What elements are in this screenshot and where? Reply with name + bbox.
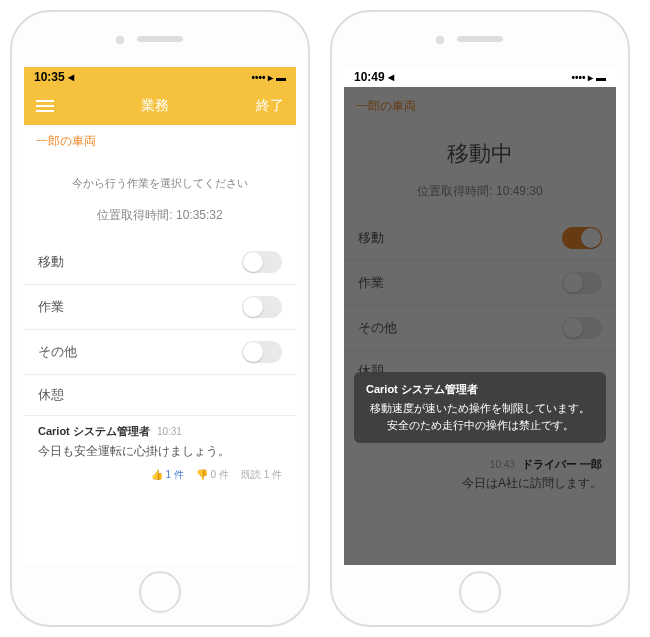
row-label: 作業 bbox=[38, 298, 64, 316]
screen-left: 10:35 ◂ •••• ▸ ▬ 業務 終了 一郎の車両 今から行う作業を選択し… bbox=[24, 67, 296, 565]
breadcrumb[interactable]: 一郎の車両 bbox=[344, 87, 616, 125]
message-right-header: 10:43 ドライバー 一郎 bbox=[344, 451, 616, 474]
row-label: 休憩 bbox=[38, 386, 64, 404]
status-bar: 10:35 ◂ •••• ▸ ▬ bbox=[24, 67, 296, 87]
row-work[interactable]: 作業 bbox=[344, 261, 616, 306]
location-time: 位置取得時間: 10:35:32 bbox=[24, 199, 296, 240]
toggle-move[interactable] bbox=[562, 227, 602, 249]
toggle-other[interactable] bbox=[562, 317, 602, 339]
nav-bar: 業務 終了 bbox=[24, 87, 296, 125]
toggle-work[interactable] bbox=[562, 272, 602, 294]
message-body: 今日も安全運転に心掛けましょう。 bbox=[38, 443, 282, 460]
row-work[interactable]: 作業 bbox=[24, 285, 296, 330]
camera bbox=[116, 36, 124, 44]
instruction-text: 今から行う作業を選択してください bbox=[24, 158, 296, 199]
home-button[interactable] bbox=[459, 571, 501, 613]
message-time: 10:43 bbox=[490, 459, 515, 470]
row-other[interactable]: その他 bbox=[344, 306, 616, 351]
row-label: 作業 bbox=[358, 274, 384, 292]
row-label: 移動 bbox=[358, 229, 384, 247]
page-title: 移動中 bbox=[344, 125, 616, 175]
nav-finish-button[interactable]: 終了 bbox=[256, 97, 284, 115]
phone-left: 10:35 ◂ •••• ▸ ▬ 業務 終了 一郎の車両 今から行う作業を選択し… bbox=[10, 10, 310, 627]
row-rest[interactable]: 休憩 bbox=[24, 375, 296, 415]
thumbs-up-icon[interactable]: 👍 1 件 bbox=[151, 468, 184, 482]
toggle-work[interactable] bbox=[242, 296, 282, 318]
toggle-move[interactable] bbox=[242, 251, 282, 273]
toggle-other[interactable] bbox=[242, 341, 282, 363]
message-sender: ドライバー 一郎 bbox=[522, 458, 602, 470]
location-time: 位置取得時間: 10:49:30 bbox=[344, 175, 616, 216]
toast-from: Cariot システム管理者 bbox=[366, 382, 594, 397]
row-move[interactable]: 移動 bbox=[344, 216, 616, 261]
home-button[interactable] bbox=[139, 571, 181, 613]
row-label: その他 bbox=[38, 343, 77, 361]
message-actions: 👍 1 件 👎 0 件 既読 1 件 bbox=[38, 468, 282, 482]
status-time: 10:49 ◂ bbox=[354, 70, 394, 84]
toast-body: 移動速度が速いため操作を制限しています。安全のため走行中の操作は禁止です。 bbox=[366, 400, 594, 433]
read-status: 既読 1 件 bbox=[241, 468, 282, 482]
message-right-body: 今日はA社に訪問します。 bbox=[344, 474, 616, 500]
message-sender: Cariot システム管理者 bbox=[38, 425, 150, 437]
camera bbox=[436, 36, 444, 44]
row-other[interactable]: その他 bbox=[24, 330, 296, 375]
message-time: 10:31 bbox=[157, 426, 182, 437]
speaker bbox=[457, 36, 503, 42]
message-card: Cariot システム管理者 10:31 今日も安全運転に心掛けましょう。 👍 … bbox=[24, 415, 296, 490]
screen-right: 10:49 ◂ •••• ▸ ▬ 一郎の車両 移動中 位置取得時間: 10:49… bbox=[344, 67, 616, 565]
nav-title: 業務 bbox=[141, 97, 169, 115]
breadcrumb[interactable]: 一郎の車両 bbox=[24, 125, 296, 158]
row-label: その他 bbox=[358, 319, 397, 337]
status-time: 10:35 ◂ bbox=[34, 70, 74, 84]
speaker bbox=[137, 36, 183, 42]
status-bar: 10:49 ◂ •••• ▸ ▬ bbox=[344, 67, 616, 87]
phone-right: 10:49 ◂ •••• ▸ ▬ 一郎の車両 移動中 位置取得時間: 10:49… bbox=[330, 10, 630, 627]
toast-notification: Cariot システム管理者 移動速度が速いため操作を制限しています。安全のため… bbox=[354, 372, 606, 443]
status-icons: •••• ▸ ▬ bbox=[571, 72, 606, 83]
row-move[interactable]: 移動 bbox=[24, 240, 296, 285]
status-icons: •••• ▸ ▬ bbox=[251, 72, 286, 83]
message-header: Cariot システム管理者 10:31 bbox=[38, 424, 282, 439]
row-label: 移動 bbox=[38, 253, 64, 271]
menu-icon[interactable] bbox=[36, 100, 54, 112]
thumbs-down-icon[interactable]: 👎 0 件 bbox=[196, 468, 229, 482]
